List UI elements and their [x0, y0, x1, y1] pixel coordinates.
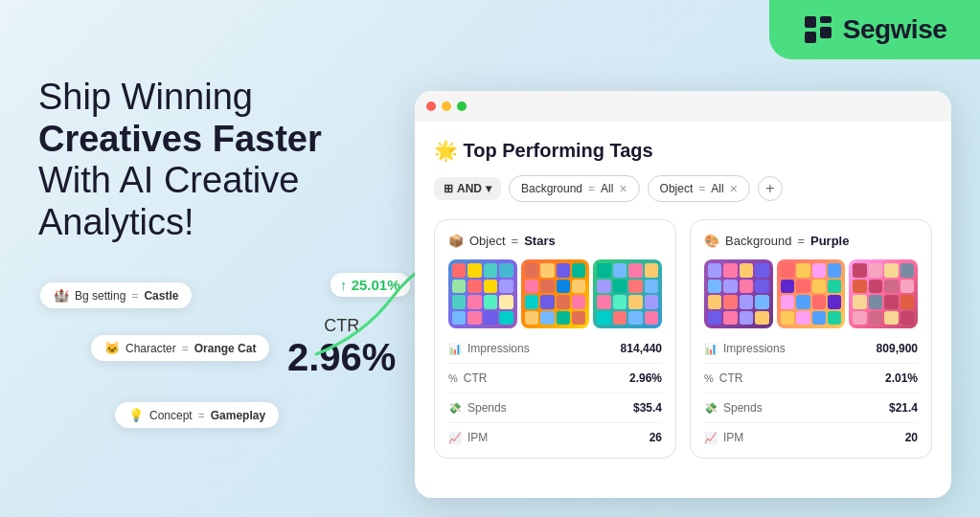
bg-setting-icon: 🏰: [54, 288, 69, 303]
metric-divider-5: [704, 393, 918, 393]
filter-chip-background-label: Background: [521, 182, 582, 195]
ctr-badge: CTR 2.96%: [287, 316, 396, 379]
filter-chip-close-2[interactable]: ×: [730, 181, 738, 196]
bg-setting-value: Castle: [144, 289, 178, 303]
spends-value-2: $21.4: [889, 401, 918, 415]
window-dot-close: [426, 101, 436, 111]
impressions-icon-1: 📊: [448, 343, 462, 355]
stars-tag-icon: 📦: [448, 234, 464, 248]
metric-divider-3: [448, 422, 662, 423]
stars-metric-spends: 💸 Spends $35.4: [448, 401, 662, 415]
purple-tag-icon: 🎨: [704, 234, 719, 248]
filter-chip-eq-2: =: [698, 182, 705, 195]
window-dot-maximize: [457, 101, 467, 111]
concept-icon: 💡: [128, 408, 144, 422]
ipm-label-1: IPM: [467, 431, 488, 444]
game-image-4: [704, 259, 773, 328]
ipm-icon-2: 📈: [704, 432, 718, 444]
stars-metrics-list: 📊 Impressions 814,440 % CTR 2.96%: [448, 342, 662, 444]
dashboard-content: 🌟 Top Performing Tags ⊞ AND ▾ Background…: [415, 122, 951, 476]
filter-bar[interactable]: ⊞ AND ▾ Background = All × Object = All …: [434, 175, 932, 202]
ctr-label-2: CTR: [719, 371, 743, 385]
stars-metric-ipm: 📈 IPM 26: [448, 431, 662, 444]
bg-setting-label: Bg setting: [75, 289, 125, 303]
character-eq: =: [182, 342, 189, 355]
stars-metric-ctr: % CTR 2.96%: [448, 371, 662, 385]
game-image-1: [448, 259, 517, 328]
hero-text-block: Ship Winning Creatives Faster With AI Cr…: [38, 77, 402, 244]
game-image-3: [593, 259, 662, 328]
filter-chip-close-1[interactable]: ×: [619, 181, 627, 196]
ctr-icon-1: %: [448, 372, 458, 384]
concept-value: Gameplay: [211, 409, 265, 422]
spends-icon-2: 💸: [704, 402, 718, 415]
purple-metrics-list: 📊 Impressions 809,900 % CTR 2.01%: [704, 342, 918, 444]
game-image-5: [777, 259, 846, 328]
spends-value-1: $35.4: [633, 401, 662, 415]
concept-label: Concept: [149, 409, 193, 422]
filter-chip-object[interactable]: Object = All ×: [648, 175, 750, 202]
filter-chip-background[interactable]: Background = All ×: [509, 175, 640, 202]
ipm-label-2: IPM: [723, 431, 743, 444]
filter-chip-object-label: Object: [660, 182, 694, 195]
game-image-6: [849, 259, 918, 328]
stars-tag-eq: =: [512, 234, 519, 248]
ctr-metric-value-1: 2.96%: [629, 371, 662, 385]
svg-rect-2: [805, 32, 816, 43]
tag-card-stars: 📦 Object = Stars: [434, 219, 676, 459]
spends-label-1: Spends: [467, 401, 507, 415]
purple-tag-images: [704, 259, 918, 328]
hero-line2: Creatives Faster: [38, 119, 322, 159]
window-dot-minimize: [442, 101, 451, 111]
metric-divider-4: [704, 363, 918, 364]
header-logo-area: Segwise: [769, 0, 980, 59]
metric-divider-2: [448, 393, 662, 393]
concept-eq: =: [198, 409, 205, 422]
purple-tag-label: Background: [725, 234, 791, 248]
floating-tag-character: 🐱 Character = Orange Cat: [91, 335, 269, 361]
ctr-value: 2.96%: [287, 336, 396, 379]
metric-divider-1: [448, 363, 662, 364]
purple-metric-ctr: % CTR 2.01%: [704, 371, 918, 385]
filter-grid-icon: ⊞: [444, 182, 453, 195]
game-image-2: [521, 259, 590, 328]
hero-line3: With AI Creative: [38, 160, 299, 200]
tag-card-purple: 🎨 Background = Purple: [690, 219, 932, 459]
window-topbar: [415, 91, 951, 122]
stars-tag-value: Stars: [524, 234, 556, 248]
filter-chevron-icon: ▾: [486, 182, 491, 195]
spends-label-2: Spends: [723, 401, 763, 415]
ipm-value-1: 26: [650, 431, 662, 444]
svg-rect-3: [820, 27, 832, 38]
hero-line4: Analytics!: [38, 202, 194, 242]
hero-line1: Ship Winning: [38, 77, 253, 117]
character-icon: 🐱: [104, 341, 120, 355]
svg-rect-1: [820, 16, 832, 23]
purple-metric-spends: 💸 Spends $21.4: [704, 401, 918, 415]
segwise-logo-icon: [803, 14, 833, 45]
ctr-label: CTR: [287, 316, 396, 336]
tag-card-stars-header: 📦 Object = Stars: [448, 234, 662, 248]
floating-tag-concept: 💡 Concept = Gameplay: [115, 402, 279, 428]
floating-tag-bg-setting: 🏰 Bg setting = Castle: [40, 282, 192, 308]
filter-and-button[interactable]: ⊞ AND ▾: [434, 177, 501, 200]
stars-metric-impressions: 📊 Impressions 814,440: [448, 342, 662, 355]
ipm-value-2: 20: [905, 431, 918, 444]
ctr-icon-2: %: [704, 372, 714, 384]
ctr-metric-value-2: 2.01%: [885, 371, 918, 385]
purple-tag-value: Purple: [810, 234, 849, 248]
stars-tag-images: [448, 259, 662, 328]
purple-tag-eq: =: [797, 234, 805, 248]
stars-tag-label: Object: [469, 234, 506, 248]
impressions-value-1: 814,440: [621, 342, 662, 355]
dashboard-card: 🌟 Top Performing Tags ⊞ AND ▾ Background…: [415, 91, 951, 498]
purple-metric-impressions: 📊 Impressions 809,900: [704, 342, 918, 355]
hero-title: Ship Winning Creatives Faster With AI Cr…: [38, 77, 402, 244]
filter-chip-eq-1: =: [588, 182, 595, 195]
spends-icon-1: 💸: [448, 402, 462, 415]
filter-chip-object-value: All: [711, 182, 723, 195]
ctr-label-1: CTR: [464, 371, 488, 385]
filter-add-button[interactable]: +: [758, 176, 783, 201]
impressions-icon-2: 📊: [704, 343, 718, 355]
purple-metric-ipm: 📈 IPM 20: [704, 431, 918, 444]
